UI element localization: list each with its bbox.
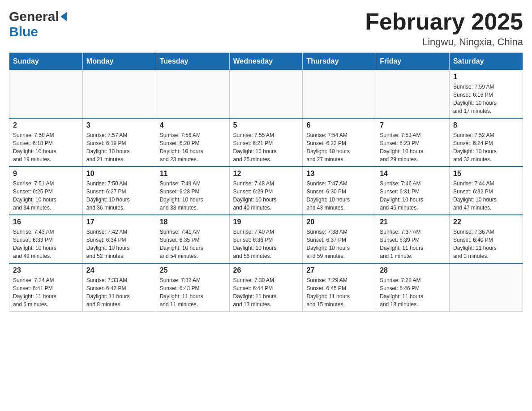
weekday-header-wednesday: Wednesday <box>229 53 303 70</box>
calendar-cell: 2Sunrise: 7:58 AM Sunset: 6:18 PM Daylig… <box>9 118 83 167</box>
weekday-header-friday: Friday <box>376 53 450 70</box>
calendar-week-row-5: 23Sunrise: 7:34 AM Sunset: 6:41 PM Dayli… <box>9 263 523 312</box>
day-number: 3 <box>86 121 152 129</box>
weekday-header-thursday: Thursday <box>303 53 376 70</box>
calendar-cell: 4Sunrise: 7:56 AM Sunset: 6:20 PM Daylig… <box>156 118 229 167</box>
day-number: 6 <box>306 121 372 129</box>
calendar-cell: 5Sunrise: 7:55 AM Sunset: 6:21 PM Daylig… <box>229 118 303 167</box>
page-header: General Blue February 2025 Lingwu, Ningx… <box>9 9 523 48</box>
calendar-cell <box>82 70 156 119</box>
calendar-cell: 25Sunrise: 7:32 AM Sunset: 6:43 PM Dayli… <box>156 263 229 312</box>
day-info: Sunrise: 7:48 AM Sunset: 6:29 PM Dayligh… <box>233 180 299 212</box>
calendar-cell: 22Sunrise: 7:36 AM Sunset: 6:40 PM Dayli… <box>450 215 523 263</box>
day-number: 7 <box>380 121 446 129</box>
day-number: 9 <box>13 170 79 178</box>
calendar-cell: 23Sunrise: 7:34 AM Sunset: 6:41 PM Dayli… <box>9 263 83 312</box>
day-info: Sunrise: 7:42 AM Sunset: 6:34 PM Dayligh… <box>86 228 152 260</box>
logo-blue-text: Blue <box>9 24 38 39</box>
calendar-cell: 21Sunrise: 7:37 AM Sunset: 6:39 PM Dayli… <box>376 215 450 263</box>
logo: General Blue <box>9 9 67 39</box>
day-number: 12 <box>233 170 299 178</box>
day-number: 22 <box>453 218 519 226</box>
day-number: 11 <box>160 170 226 178</box>
day-info: Sunrise: 7:59 AM Sunset: 6:16 PM Dayligh… <box>453 83 519 115</box>
day-info: Sunrise: 7:44 AM Sunset: 6:32 PM Dayligh… <box>453 180 519 212</box>
calendar-cell: 18Sunrise: 7:41 AM Sunset: 6:35 PM Dayli… <box>156 215 229 263</box>
calendar-week-row-2: 2Sunrise: 7:58 AM Sunset: 6:18 PM Daylig… <box>9 118 523 167</box>
calendar-cell: 11Sunrise: 7:49 AM Sunset: 6:28 PM Dayli… <box>156 167 229 215</box>
calendar-cell: 7Sunrise: 7:53 AM Sunset: 6:23 PM Daylig… <box>376 118 450 167</box>
day-info: Sunrise: 7:29 AM Sunset: 6:45 PM Dayligh… <box>306 276 372 308</box>
weekday-header-monday: Monday <box>82 53 156 70</box>
day-info: Sunrise: 7:53 AM Sunset: 6:23 PM Dayligh… <box>380 131 446 163</box>
calendar-cell <box>156 70 229 119</box>
day-number: 20 <box>306 218 372 226</box>
day-info: Sunrise: 7:58 AM Sunset: 6:18 PM Dayligh… <box>13 131 79 163</box>
calendar-cell: 16Sunrise: 7:43 AM Sunset: 6:33 PM Dayli… <box>9 215 83 263</box>
day-number: 10 <box>86 170 152 178</box>
calendar-cell: 17Sunrise: 7:42 AM Sunset: 6:34 PM Dayli… <box>82 215 156 263</box>
weekday-header-saturday: Saturday <box>450 53 523 70</box>
day-info: Sunrise: 7:52 AM Sunset: 6:24 PM Dayligh… <box>453 131 519 163</box>
calendar-cell <box>303 70 376 119</box>
day-info: Sunrise: 7:49 AM Sunset: 6:28 PM Dayligh… <box>160 180 226 212</box>
title-block: February 2025 Lingwu, Ningxia, China <box>365 9 523 48</box>
day-number: 28 <box>380 266 446 274</box>
calendar-cell: 19Sunrise: 7:40 AM Sunset: 6:36 PM Dayli… <box>229 215 303 263</box>
day-info: Sunrise: 7:47 AM Sunset: 6:30 PM Dayligh… <box>306 180 372 212</box>
calendar-cell: 24Sunrise: 7:33 AM Sunset: 6:42 PM Dayli… <box>82 263 156 312</box>
day-number: 23 <box>13 266 79 274</box>
day-info: Sunrise: 7:36 AM Sunset: 6:40 PM Dayligh… <box>453 228 519 260</box>
calendar-table: SundayMondayTuesdayWednesdayThursdayFrid… <box>9 52 523 312</box>
weekday-header-row: SundayMondayTuesdayWednesdayThursdayFrid… <box>9 53 523 70</box>
day-number: 16 <box>13 218 79 226</box>
day-info: Sunrise: 7:51 AM Sunset: 6:25 PM Dayligh… <box>13 180 79 212</box>
day-info: Sunrise: 7:50 AM Sunset: 6:27 PM Dayligh… <box>86 180 152 212</box>
day-number: 1 <box>453 73 519 81</box>
day-number: 15 <box>453 170 519 178</box>
logo-triangle-icon <box>60 12 67 21</box>
day-number: 26 <box>233 266 299 274</box>
day-number: 19 <box>233 218 299 226</box>
calendar-cell: 26Sunrise: 7:30 AM Sunset: 6:44 PM Dayli… <box>229 263 303 312</box>
calendar-cell: 28Sunrise: 7:28 AM Sunset: 6:46 PM Dayli… <box>376 263 450 312</box>
calendar-cell <box>9 70 83 119</box>
weekday-header-tuesday: Tuesday <box>156 53 229 70</box>
day-info: Sunrise: 7:55 AM Sunset: 6:21 PM Dayligh… <box>233 131 299 163</box>
day-info: Sunrise: 7:43 AM Sunset: 6:33 PM Dayligh… <box>13 228 79 260</box>
day-info: Sunrise: 7:46 AM Sunset: 6:31 PM Dayligh… <box>380 180 446 212</box>
day-number: 5 <box>233 121 299 129</box>
day-info: Sunrise: 7:33 AM Sunset: 6:42 PM Dayligh… <box>86 276 152 308</box>
calendar-week-row-3: 9Sunrise: 7:51 AM Sunset: 6:25 PM Daylig… <box>9 167 523 215</box>
month-title: February 2025 <box>365 9 523 34</box>
day-info: Sunrise: 7:54 AM Sunset: 6:22 PM Dayligh… <box>306 131 372 163</box>
day-info: Sunrise: 7:28 AM Sunset: 6:46 PM Dayligh… <box>380 276 446 308</box>
calendar-cell: 14Sunrise: 7:46 AM Sunset: 6:31 PM Dayli… <box>376 167 450 215</box>
day-number: 18 <box>160 218 226 226</box>
calendar-cell: 27Sunrise: 7:29 AM Sunset: 6:45 PM Dayli… <box>303 263 376 312</box>
day-number: 13 <box>306 170 372 178</box>
day-number: 27 <box>306 266 372 274</box>
day-info: Sunrise: 7:41 AM Sunset: 6:35 PM Dayligh… <box>160 228 226 260</box>
day-number: 4 <box>160 121 226 129</box>
calendar-cell: 10Sunrise: 7:50 AM Sunset: 6:27 PM Dayli… <box>82 167 156 215</box>
day-number: 8 <box>453 121 519 129</box>
calendar-cell <box>376 70 450 119</box>
day-number: 24 <box>86 266 152 274</box>
calendar-cell <box>229 70 303 119</box>
calendar-cell: 12Sunrise: 7:48 AM Sunset: 6:29 PM Dayli… <box>229 167 303 215</box>
calendar-week-row-1: 1Sunrise: 7:59 AM Sunset: 6:16 PM Daylig… <box>9 70 523 119</box>
calendar-cell: 3Sunrise: 7:57 AM Sunset: 6:19 PM Daylig… <box>82 118 156 167</box>
day-number: 14 <box>380 170 446 178</box>
day-number: 2 <box>13 121 79 129</box>
calendar-cell: 1Sunrise: 7:59 AM Sunset: 6:16 PM Daylig… <box>450 70 523 119</box>
day-number: 21 <box>380 218 446 226</box>
calendar-cell: 9Sunrise: 7:51 AM Sunset: 6:25 PM Daylig… <box>9 167 83 215</box>
weekday-header-sunday: Sunday <box>9 53 83 70</box>
day-info: Sunrise: 7:34 AM Sunset: 6:41 PM Dayligh… <box>13 276 79 308</box>
location-title: Lingwu, Ningxia, China <box>365 36 523 48</box>
calendar-cell: 20Sunrise: 7:38 AM Sunset: 6:37 PM Dayli… <box>303 215 376 263</box>
day-number: 17 <box>86 218 152 226</box>
calendar-cell: 15Sunrise: 7:44 AM Sunset: 6:32 PM Dayli… <box>450 167 523 215</box>
day-info: Sunrise: 7:56 AM Sunset: 6:20 PM Dayligh… <box>160 131 226 163</box>
